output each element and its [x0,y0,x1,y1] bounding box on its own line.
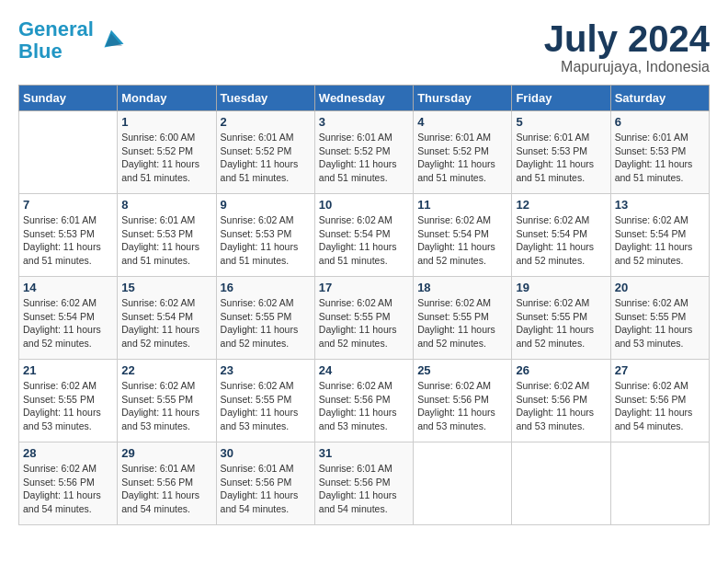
day-info: Sunrise: 6:02 AM Sunset: 5:54 PM Dayligh… [516,213,606,268]
calendar-week-row: 1Sunrise: 6:00 AM Sunset: 5:52 PM Daylig… [19,111,710,194]
day-info: Sunrise: 6:02 AM Sunset: 5:55 PM Dayligh… [319,296,409,350]
calendar-cell: 14Sunrise: 6:02 AM Sunset: 5:54 PM Dayli… [19,277,118,360]
calendar-cell: 23Sunrise: 6:02 AM Sunset: 5:55 PM Dayli… [216,360,314,442]
day-number: 11 [417,198,507,212]
day-info: Sunrise: 6:02 AM Sunset: 5:56 PM Dayligh… [417,379,507,433]
day-number: 6 [615,115,705,129]
calendar-week-row: 28Sunrise: 6:02 AM Sunset: 5:56 PM Dayli… [19,442,710,525]
day-number: 28 [23,446,113,460]
calendar-week-row: 7Sunrise: 6:01 AM Sunset: 5:53 PM Daylig… [19,194,710,277]
day-info: Sunrise: 6:02 AM Sunset: 5:56 PM Dayligh… [516,379,606,433]
weekday-header-friday: Friday [512,86,610,111]
day-number: 21 [23,363,113,377]
day-number: 9 [221,198,311,212]
page-header: General Blue July 2024 Mapurujaya, Indon… [18,18,710,75]
day-number: 25 [417,363,507,377]
calendar-cell: 9Sunrise: 6:02 AM Sunset: 5:53 PM Daylig… [216,194,314,277]
calendar-cell: 10Sunrise: 6:02 AM Sunset: 5:54 PM Dayli… [314,194,413,277]
day-number: 1 [121,115,211,129]
day-number: 16 [221,281,311,294]
day-info: Sunrise: 6:02 AM Sunset: 5:54 PM Dayligh… [319,213,409,268]
weekday-header-sunday: Sunday [19,86,118,111]
calendar-cell [414,442,512,525]
day-info: Sunrise: 6:01 AM Sunset: 5:52 PM Dayligh… [221,131,311,185]
calendar-cell: 3Sunrise: 6:01 AM Sunset: 5:52 PM Daylig… [314,111,413,194]
weekday-header-row: SundayMondayTuesdayWednesdayThursdayFrid… [19,86,710,111]
calendar-cell: 30Sunrise: 6:01 AM Sunset: 5:56 PM Dayli… [216,442,314,525]
day-number: 30 [221,446,311,460]
day-info: Sunrise: 6:02 AM Sunset: 5:55 PM Dayligh… [221,379,311,433]
logo-icon [97,27,125,54]
day-info: Sunrise: 6:02 AM Sunset: 5:53 PM Dayligh… [221,213,311,268]
calendar-cell: 20Sunrise: 6:02 AM Sunset: 5:55 PM Dayli… [610,277,709,360]
calendar-cell: 19Sunrise: 6:02 AM Sunset: 5:55 PM Dayli… [512,277,610,360]
location-subtitle: Mapurujaya, Indonesia [544,59,710,75]
day-info: Sunrise: 6:01 AM Sunset: 5:53 PM Dayligh… [23,213,113,268]
day-info: Sunrise: 6:02 AM Sunset: 5:54 PM Dayligh… [121,296,211,350]
day-number: 20 [615,281,705,294]
calendar-week-row: 14Sunrise: 6:02 AM Sunset: 5:54 PM Dayli… [19,277,710,360]
calendar-cell: 8Sunrise: 6:01 AM Sunset: 5:53 PM Daylig… [118,194,216,277]
calendar-cell: 13Sunrise: 6:02 AM Sunset: 5:54 PM Dayli… [610,194,709,277]
weekday-header-monday: Monday [118,86,216,111]
day-number: 27 [615,363,705,377]
day-info: Sunrise: 6:02 AM Sunset: 5:56 PM Dayligh… [23,462,113,516]
logo: General Blue [18,18,125,63]
calendar-cell [512,442,610,525]
day-number: 2 [221,115,311,129]
calendar-cell: 7Sunrise: 6:01 AM Sunset: 5:53 PM Daylig… [19,194,118,277]
day-info: Sunrise: 6:01 AM Sunset: 5:53 PM Dayligh… [516,131,606,185]
calendar-cell: 31Sunrise: 6:01 AM Sunset: 5:56 PM Dayli… [314,442,413,525]
day-info: Sunrise: 6:01 AM Sunset: 5:53 PM Dayligh… [615,131,705,185]
calendar-cell: 4Sunrise: 6:01 AM Sunset: 5:52 PM Daylig… [414,111,512,194]
day-info: Sunrise: 6:00 AM Sunset: 5:52 PM Dayligh… [121,131,211,185]
day-number: 7 [23,198,113,212]
day-info: Sunrise: 6:02 AM Sunset: 5:55 PM Dayligh… [221,296,311,350]
calendar-cell: 18Sunrise: 6:02 AM Sunset: 5:55 PM Dayli… [414,277,512,360]
calendar-cell: 21Sunrise: 6:02 AM Sunset: 5:55 PM Dayli… [19,360,118,442]
month-year-title: July 2024 [544,18,710,59]
calendar-cell [19,111,118,194]
day-number: 13 [615,198,705,212]
calendar-table: SundayMondayTuesdayWednesdayThursdayFrid… [18,85,710,525]
calendar-cell: 26Sunrise: 6:02 AM Sunset: 5:56 PM Dayli… [512,360,610,442]
calendar-cell: 1Sunrise: 6:00 AM Sunset: 5:52 PM Daylig… [118,111,216,194]
day-number: 8 [121,198,211,212]
day-number: 31 [319,446,409,460]
weekday-header-tuesday: Tuesday [216,86,314,111]
day-info: Sunrise: 6:02 AM Sunset: 5:56 PM Dayligh… [615,379,705,433]
weekday-header-saturday: Saturday [610,86,709,111]
day-info: Sunrise: 6:02 AM Sunset: 5:55 PM Dayligh… [516,296,606,350]
day-number: 15 [121,281,211,294]
calendar-cell: 2Sunrise: 6:01 AM Sunset: 5:52 PM Daylig… [216,111,314,194]
calendar-cell: 5Sunrise: 6:01 AM Sunset: 5:53 PM Daylig… [512,111,610,194]
day-number: 14 [23,281,113,294]
day-info: Sunrise: 6:02 AM Sunset: 5:54 PM Dayligh… [615,213,705,268]
calendar-cell: 15Sunrise: 6:02 AM Sunset: 5:54 PM Dayli… [118,277,216,360]
day-info: Sunrise: 6:02 AM Sunset: 5:55 PM Dayligh… [121,379,211,433]
day-info: Sunrise: 6:02 AM Sunset: 5:54 PM Dayligh… [23,296,113,350]
calendar-cell: 27Sunrise: 6:02 AM Sunset: 5:56 PM Dayli… [610,360,709,442]
day-info: Sunrise: 6:02 AM Sunset: 5:55 PM Dayligh… [615,296,705,350]
day-number: 29 [121,446,211,460]
day-number: 22 [121,363,211,377]
calendar-cell: 16Sunrise: 6:02 AM Sunset: 5:55 PM Dayli… [216,277,314,360]
day-number: 4 [417,115,507,129]
day-info: Sunrise: 6:02 AM Sunset: 5:54 PM Dayligh… [417,213,507,268]
calendar-cell: 6Sunrise: 6:01 AM Sunset: 5:53 PM Daylig… [610,111,709,194]
day-info: Sunrise: 6:01 AM Sunset: 5:52 PM Dayligh… [319,131,409,185]
calendar-cell [610,442,709,525]
day-info: Sunrise: 6:01 AM Sunset: 5:56 PM Dayligh… [121,462,211,516]
day-info: Sunrise: 6:01 AM Sunset: 5:56 PM Dayligh… [221,462,311,516]
calendar-cell: 29Sunrise: 6:01 AM Sunset: 5:56 PM Dayli… [118,442,216,525]
logo-text: General Blue [18,18,94,63]
calendar-cell: 25Sunrise: 6:02 AM Sunset: 5:56 PM Dayli… [414,360,512,442]
calendar-cell: 22Sunrise: 6:02 AM Sunset: 5:55 PM Dayli… [118,360,216,442]
calendar-cell: 17Sunrise: 6:02 AM Sunset: 5:55 PM Dayli… [314,277,413,360]
day-number: 26 [516,363,606,377]
title-block: July 2024 Mapurujaya, Indonesia [544,18,710,75]
day-number: 17 [319,281,409,294]
day-number: 19 [516,281,606,294]
day-info: Sunrise: 6:02 AM Sunset: 5:55 PM Dayligh… [417,296,507,350]
day-number: 5 [516,115,606,129]
